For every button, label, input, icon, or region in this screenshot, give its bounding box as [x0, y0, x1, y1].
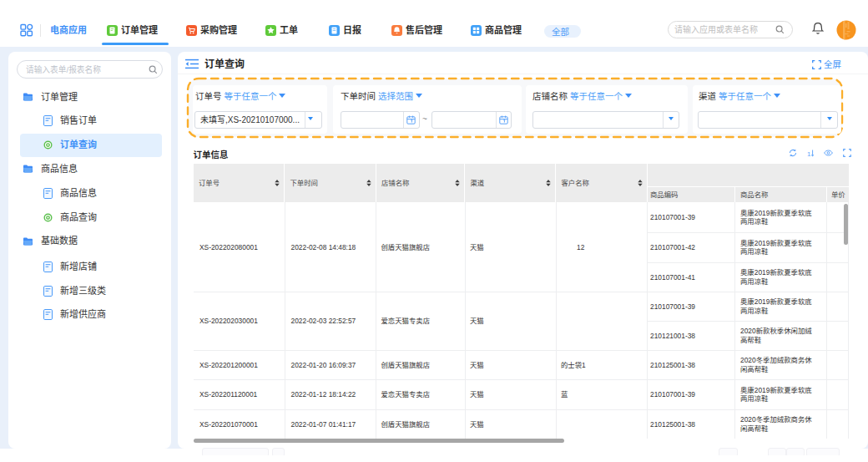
svg-text:1: 1 [807, 150, 811, 157]
